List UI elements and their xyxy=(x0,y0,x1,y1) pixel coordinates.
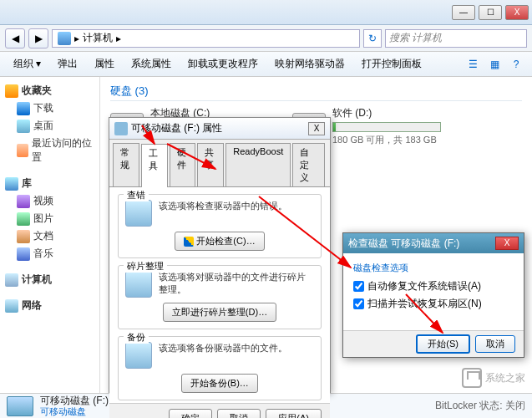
sidebar-item[interactable]: 音乐 xyxy=(3,245,96,263)
breadcrumb[interactable]: ▸ 计算机 ▸ xyxy=(52,29,360,48)
tab-1[interactable]: 工具 xyxy=(141,144,168,187)
start-button[interactable]: 开始(S) xyxy=(416,334,470,354)
sidebar-item-label: 最近访问的位置 xyxy=(32,136,94,165)
dialog-close-button[interactable]: X xyxy=(308,122,325,135)
option-label: 扫描并尝试恢复坏扇区(N) xyxy=(367,297,482,311)
toolbar-uninstall[interactable]: 卸载或更改程序 xyxy=(181,54,265,74)
shield-icon xyxy=(184,237,194,247)
preview-icon[interactable]: ▦ xyxy=(485,55,504,74)
checkdisk-close-button[interactable]: X xyxy=(495,237,519,250)
sidebar-group[interactable]: 计算机 xyxy=(3,271,96,288)
toolbar-properties[interactable]: 属性 xyxy=(88,54,121,74)
sidebar-item[interactable]: 桌面 xyxy=(3,117,96,135)
view-icon[interactable]: ☰ xyxy=(464,55,482,74)
sidebar-item-label: 文档 xyxy=(33,229,53,243)
comp-icon xyxy=(5,273,18,287)
window-titlebar: — ☐ X xyxy=(0,0,532,25)
group-title: 查错 xyxy=(124,189,149,201)
breadcrumb-location: 计算机 xyxy=(83,31,113,45)
checkdisk-dialog: 检查磁盘 可移动磁盘 (F:) X 磁盘检查选项 自动修复文件系统错误(A) 扫… xyxy=(342,232,524,358)
option-label: 自动修复文件系统错误(A) xyxy=(367,279,481,293)
dialog-footer: 确定 取消 应用(A) xyxy=(109,403,330,418)
sidebar-item-label: 下载 xyxy=(33,101,53,115)
toolbar-mapdrive[interactable]: 映射网络驱动器 xyxy=(268,54,352,74)
back-button[interactable]: ◀ xyxy=(5,28,25,48)
watermark-text: 系统之家 xyxy=(485,371,525,385)
sidebar-item-label: 图片 xyxy=(33,212,53,226)
dialog-titlebar[interactable]: 可移动磁盘 (F:) 属性 X xyxy=(109,118,330,140)
apply-button[interactable]: 应用(A) xyxy=(266,409,322,418)
group-text: 该选项将检查驱动器中的错误。 xyxy=(159,200,314,212)
breadcrumb-sep: ▸ xyxy=(74,33,79,44)
toolbar-organize[interactable]: 组织 ▾ xyxy=(7,54,48,74)
sidebar-item-label: 音乐 xyxy=(33,247,53,261)
toolbar-sysprops[interactable]: 系统属性 xyxy=(124,54,178,74)
sidebar-group[interactable]: 网络 xyxy=(3,297,96,314)
ok-button[interactable]: 确定 xyxy=(169,409,212,418)
close-button[interactable]: X xyxy=(505,5,529,20)
sidebar-item[interactable]: 图片 xyxy=(3,210,96,227)
group-碎片整理: 碎片整理 该选项将对驱动器中的文件进行碎片整理。 立即进行碎片整理(D)… xyxy=(118,265,322,329)
group-button[interactable]: 开始检查(C)… xyxy=(175,232,264,251)
sidebar-item[interactable]: 文档 xyxy=(3,227,96,245)
group-title: 备份 xyxy=(124,331,149,344)
checkdisk-body: 磁盘检查选项 自动修复文件系统错误(A) 扫描并尝试恢复坏扇区(N) xyxy=(343,253,524,330)
toolbar-eject[interactable]: 弹出 xyxy=(51,54,84,74)
sidebar-group[interactable]: 收藏夹 xyxy=(3,82,96,99)
properties-dialog: 可移动磁盘 (F:) 属性 X 常规工具硬件共享ReadyBoost自定义 查错… xyxy=(109,117,331,393)
checkdisk-option[interactable]: 自动修复文件系统错误(A) xyxy=(353,279,514,293)
tab-4[interactable]: ReadyBoost xyxy=(225,143,291,186)
sidebar-group[interactable]: 库 xyxy=(3,175,96,192)
refresh-button[interactable]: ↻ xyxy=(363,29,382,48)
sidebar-item-label: 桌面 xyxy=(33,119,53,133)
computer-icon xyxy=(58,32,71,45)
doc-icon xyxy=(17,230,30,243)
status-bitlocker: BitLocker 状态: 关闭 xyxy=(435,399,525,413)
forward-button[interactable]: ▶ xyxy=(28,28,48,48)
dialog-title: 可移动磁盘 (F:) 属性 xyxy=(131,121,222,135)
checkdisk-footer: 开始(S) 取消 xyxy=(343,330,524,357)
group-button[interactable]: 立即进行碎片整理(D)… xyxy=(163,303,276,322)
tab-2[interactable]: 硬件 xyxy=(170,143,196,186)
minimize-button[interactable]: — xyxy=(452,5,475,20)
checkbox[interactable] xyxy=(353,281,364,292)
breadcrumb-sep: ▸ xyxy=(116,33,121,44)
drive-size: 180 GB 可用，共 183 GB xyxy=(332,134,441,146)
sidebar-group-label: 库 xyxy=(22,176,32,191)
checkdisk-section: 磁盘检查选项 xyxy=(353,262,514,274)
pic-icon xyxy=(17,212,30,226)
group-icon xyxy=(125,200,152,227)
tab-0[interactable]: 常规 xyxy=(113,143,139,186)
sidebar-item[interactable]: 最近访问的位置 xyxy=(3,135,96,166)
toolbar-controlpanel[interactable]: 打开控制面板 xyxy=(355,54,428,74)
group-icon xyxy=(125,271,152,298)
watermark-icon xyxy=(462,368,482,388)
sidebar-item[interactable]: 下载 xyxy=(3,99,96,117)
checkbox[interactable] xyxy=(353,298,364,309)
group-icon xyxy=(125,342,152,369)
star-icon xyxy=(5,84,18,98)
search-placeholder: 搜索 计算机 xyxy=(389,31,442,45)
checkdisk-titlebar[interactable]: 检查磁盘 可移动磁盘 (F:) X xyxy=(343,233,524,253)
cancel-button[interactable]: 取消 xyxy=(475,335,515,353)
desk-icon xyxy=(17,120,30,133)
vid-icon xyxy=(17,195,30,208)
tab-5[interactable]: 自定义 xyxy=(292,143,325,186)
net-icon xyxy=(5,299,18,313)
search-input[interactable]: 搜索 计算机 xyxy=(385,29,527,48)
cancel-button[interactable]: 取消 xyxy=(217,409,261,418)
maximize-button[interactable]: ☐ xyxy=(479,5,502,20)
watermark: 系统之家 xyxy=(462,368,525,388)
checkdisk-option[interactable]: 扫描并尝试恢复坏扇区(N) xyxy=(353,297,514,311)
dialog-body: 查错 该选项将检查驱动器中的错误。 开始检查(C)… 碎片整理 该选项将对驱动器… xyxy=(109,187,330,403)
help-icon[interactable]: ? xyxy=(507,55,525,74)
group-text: 该选项将备份驱动器中的文件。 xyxy=(159,342,314,354)
sidebar-item-label: 视频 xyxy=(33,194,53,208)
sidebar-group-label: 收藏夹 xyxy=(22,84,52,98)
group-备份: 备份 该选项将备份驱动器中的文件。 开始备份(B)… xyxy=(118,336,322,400)
group-button[interactable]: 开始备份(B)… xyxy=(181,374,258,393)
group-查错: 查错 该选项将检查驱动器中的错误。 开始检查(C)… xyxy=(118,194,322,258)
tab-3[interactable]: 共享 xyxy=(197,143,224,186)
sidebar-item[interactable]: 视频 xyxy=(3,192,96,210)
drive-name: 软件 (D:) xyxy=(332,106,441,120)
